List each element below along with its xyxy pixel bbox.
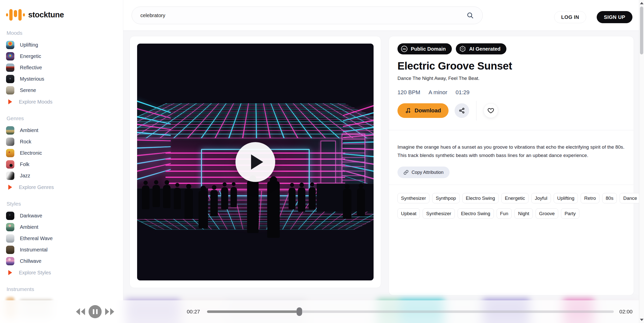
instrumental-thumbnail bbox=[6, 246, 14, 254]
sidebar-item-label: Rock bbox=[20, 139, 31, 145]
sidebar-item-label: Chillwave bbox=[20, 258, 42, 264]
sidebar-item-energetic[interactable]: Energetic bbox=[6, 52, 118, 60]
logo[interactable]: stocktune bbox=[6, 9, 64, 21]
tag-synthesizer[interactable]: Synthesizer bbox=[423, 208, 455, 219]
sidebar-item-folk[interactable]: Folk bbox=[6, 160, 118, 169]
tag-joyful[interactable]: Joyful bbox=[531, 193, 551, 203]
sidebar-item-ethereal-wave[interactable]: Ethereal Wave bbox=[6, 234, 118, 243]
person-silhouette bbox=[298, 187, 305, 212]
sidebar-item-rock[interactable]: Rock bbox=[6, 138, 118, 146]
jazz-thumbnail bbox=[6, 172, 14, 180]
signup-button[interactable]: SIGN UP bbox=[597, 11, 632, 23]
play-button[interactable] bbox=[235, 142, 275, 182]
heart-icon bbox=[487, 107, 494, 114]
track-description: Imagine the orange hues of a sunset as y… bbox=[397, 143, 625, 159]
rewind-icon[interactable] bbox=[75, 307, 86, 316]
progress-bar[interactable] bbox=[207, 310, 614, 313]
scroll-up-arrow-icon[interactable] bbox=[640, 2, 643, 4]
person-silhouette bbox=[184, 189, 193, 219]
tag-uplifting[interactable]: Uplifting bbox=[554, 193, 578, 203]
explore-link-explore-styles[interactable]: Explore Styles bbox=[8, 268, 118, 277]
scrollbar-thumb[interactable] bbox=[640, 7, 643, 54]
copy-attribution-button[interactable]: Copy Attribution bbox=[397, 167, 450, 178]
sidebar-item-ambient[interactable]: Ambient bbox=[6, 223, 118, 231]
sidebar-item-electronic[interactable]: Electronic bbox=[6, 149, 118, 157]
sidebar-item-label: Instrumental bbox=[20, 247, 48, 253]
fast-forward-icon[interactable] bbox=[105, 307, 115, 316]
folk-thumbnail bbox=[6, 160, 14, 169]
explore-link-explore-moods[interactable]: Explore Moods bbox=[8, 98, 118, 106]
explore-link-explore-genres[interactable]: Explore Genres bbox=[8, 183, 118, 191]
person-silhouette bbox=[221, 187, 228, 209]
badge-label: Public Domain bbox=[411, 46, 446, 52]
tag-electro-swing[interactable]: Electro Swing bbox=[458, 208, 494, 219]
tag-upbeat[interactable]: Upbeat bbox=[397, 208, 420, 219]
tag-energetic[interactable]: Energetic bbox=[501, 193, 529, 203]
sidebar-sections: MoodsUpliftingEnergeticReflectiveMysteri… bbox=[6, 30, 118, 320]
person-silhouette bbox=[230, 187, 237, 207]
sidebar-item-ambient[interactable]: Ambient bbox=[6, 126, 118, 135]
scroll-down-arrow-icon[interactable] bbox=[640, 319, 643, 321]
sidebar-item-reflective[interactable]: Reflective bbox=[6, 63, 118, 72]
tag-groove[interactable]: Groove bbox=[536, 208, 558, 219]
search-bar[interactable] bbox=[132, 7, 483, 24]
triangle-icon bbox=[8, 270, 12, 275]
darkwave-thumbnail bbox=[6, 212, 14, 220]
duration-value: 01:29 bbox=[456, 89, 469, 96]
page-scrollbar[interactable] bbox=[639, 0, 644, 323]
rock-thumbnail bbox=[6, 138, 14, 146]
track-meta: 120 BPM A minor 01:29 bbox=[397, 89, 625, 96]
total-time: 02:00 bbox=[619, 309, 633, 315]
ai-generated-badge: AI Generated bbox=[456, 43, 506, 54]
tags-row-1: SynthesizerSynthpopElectro SwingEnergeti… bbox=[397, 193, 625, 203]
sidebar-item-uplifting[interactable]: Uplifting bbox=[6, 41, 118, 49]
tags-row-2: UpbeatSynthesizerElectro SwingFunNightGr… bbox=[397, 208, 625, 219]
tag-synthesizer[interactable]: Synthesizer bbox=[397, 193, 429, 203]
tag-80s[interactable]: 80s bbox=[602, 193, 617, 203]
sidebar-item-label: Reflective bbox=[20, 65, 42, 71]
progress-handle[interactable] bbox=[297, 307, 302, 316]
player-bar: 00:27 02:00 bbox=[0, 300, 639, 323]
tag-electro-swing[interactable]: Electro Swing bbox=[462, 193, 499, 203]
link-icon bbox=[404, 170, 409, 175]
tag-fun[interactable]: Fun bbox=[497, 208, 512, 219]
download-button[interactable]: Download bbox=[397, 103, 449, 118]
music-note-download-icon bbox=[405, 107, 412, 114]
svg-text:PD: PD bbox=[403, 48, 406, 50]
energetic-thumbnail bbox=[6, 52, 14, 60]
search-input[interactable] bbox=[140, 13, 466, 18]
sidebar-item-darkwave[interactable]: Darkwave bbox=[6, 212, 118, 220]
search-icon[interactable] bbox=[466, 12, 474, 19]
sidebar-item-jazz[interactable]: Jazz bbox=[6, 172, 118, 180]
sidebar-item-instrumental[interactable]: Instrumental bbox=[6, 246, 118, 254]
login-button[interactable]: LOG IN bbox=[554, 11, 586, 23]
tag-dance[interactable]: Dance bbox=[620, 193, 640, 203]
uplifting-thumbnail bbox=[6, 41, 14, 49]
tag-party[interactable]: Party bbox=[561, 208, 579, 219]
sidebar: stocktune MoodsUpliftingEnergeticReflect… bbox=[0, 0, 123, 323]
sidebar-section-title: Styles bbox=[7, 201, 118, 207]
favorite-button[interactable] bbox=[484, 103, 498, 118]
ambient-thumbnail bbox=[6, 126, 14, 135]
triangle-icon bbox=[8, 99, 12, 104]
main-content: PD Public Domain AI Generated Electric G… bbox=[123, 31, 639, 323]
share-button[interactable] bbox=[455, 103, 469, 118]
progress-fill bbox=[207, 310, 299, 313]
album-art-card bbox=[130, 36, 381, 288]
sidebar-item-serene[interactable]: Serene bbox=[6, 86, 118, 94]
album-art bbox=[137, 44, 374, 280]
sidebar-item-label: Electronic bbox=[20, 150, 42, 156]
tag-night[interactable]: Night bbox=[514, 208, 533, 219]
sidebar-item-chillwave[interactable]: Chillwave bbox=[6, 257, 118, 265]
chillwave-thumbnail bbox=[6, 257, 14, 265]
pause-button[interactable] bbox=[89, 305, 102, 318]
sidebar-section-title: Instruments bbox=[7, 286, 118, 293]
explore-label: Explore Styles bbox=[19, 270, 51, 276]
sidebar-item-label: Serene bbox=[20, 87, 36, 93]
sidebar-item-mysterious[interactable]: Mysterious bbox=[6, 75, 118, 83]
sidebar-item-label: Ethereal Wave bbox=[20, 236, 53, 241]
explore-label: Explore Genres bbox=[19, 184, 54, 190]
tag-synthpop[interactable]: Synthpop bbox=[432, 193, 459, 203]
person-silhouette bbox=[247, 180, 259, 233]
tag-retro[interactable]: Retro bbox=[581, 193, 599, 203]
